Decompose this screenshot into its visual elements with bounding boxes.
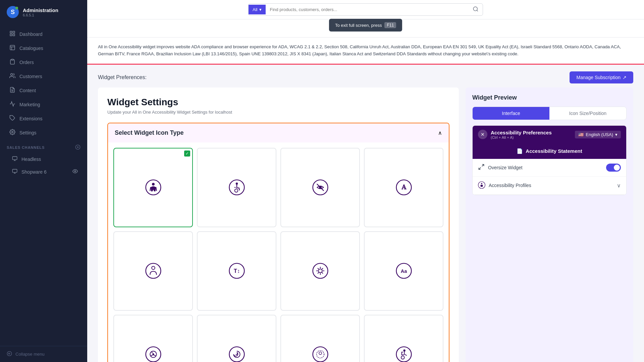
oversize-icon: [478, 164, 485, 171]
manage-subscription-label: Manage Subscription: [576, 75, 621, 80]
svg-rect-18: [12, 169, 17, 172]
icon-option-6[interactable]: T↕: [197, 231, 276, 311]
icon-option-12[interactable]: [364, 315, 443, 362]
accordion-chevron-icon: ∧: [438, 130, 442, 136]
page-description: All in One Accessibility widget improves…: [87, 38, 644, 65]
statement-doc-icon: 📄: [517, 148, 523, 154]
content-icon: [9, 87, 15, 94]
widget-preview-title: Widget Preview: [472, 94, 627, 101]
svg-point-36: [146, 263, 161, 279]
svg-point-21: [74, 171, 76, 172]
app-logo: S: [7, 6, 19, 18]
icon-option-11[interactable]: [280, 315, 360, 362]
sidebar-item-settings[interactable]: Settings: [3, 126, 85, 139]
profiles-chevron-icon[interactable]: ∨: [617, 182, 621, 189]
a11y-close-button[interactable]: ✕: [478, 130, 487, 139]
sidebar-item-dashboard[interactable]: Dashboard: [3, 27, 85, 41]
icon-option-1[interactable]: ✓: [113, 148, 193, 227]
accordion-header[interactable]: Select Widget Icon Type ∧: [108, 123, 449, 142]
preview-tabs: Interface Icon Size/Position: [472, 107, 627, 120]
svg-point-41: [318, 269, 322, 273]
app-info: Administration 6.6.5.1: [23, 7, 58, 17]
icon-option-2[interactable]: [197, 148, 276, 227]
a11y-panel-header-left: ✕ Accessibility Preferences (Ctrl + Alt …: [478, 130, 552, 139]
collapse-menu-button[interactable]: Collapse menu: [0, 346, 87, 362]
sidebar-item-label: Headless: [21, 157, 41, 162]
sales-channels-label: Sales Channels: [0, 140, 87, 153]
statement-label: Accessibility Statement: [526, 148, 582, 154]
sidebar-item-label: Settings: [19, 130, 37, 135]
selected-checkmark: ✓: [184, 150, 190, 157]
settings-icon: [9, 129, 15, 136]
accessibility-profiles-label: Accessibility Profiles: [478, 181, 531, 190]
svg-point-66: [481, 183, 482, 184]
filter-label: All: [253, 7, 257, 12]
svg-point-40: [313, 263, 328, 279]
widget-preferences-label: Widget Preferences:: [98, 74, 147, 80]
fullscreen-tooltip: To exit full screen, press F11: [329, 19, 402, 32]
sidebar-item-shopware6[interactable]: Shopware 6: [3, 166, 85, 178]
search-bar: All ▾: [248, 3, 483, 16]
svg-rect-2: [13, 34, 15, 36]
sidebar-nav: Dashboard Catalogues Orders Customers: [0, 24, 87, 346]
shopware-eye-icon: [72, 169, 78, 175]
sidebar-item-customers[interactable]: Customers: [3, 69, 85, 83]
svg-point-27: [152, 183, 155, 185]
collapse-label: Collapse menu: [15, 352, 45, 357]
accessibility-profiles-row: Accessibility Profiles ∨: [473, 177, 626, 195]
main-area: All ▾ To exit full screen, press F11 All…: [87, 0, 644, 362]
oversize-widget-toggle[interactable]: [606, 164, 621, 172]
tab-interface[interactable]: Interface: [473, 107, 549, 120]
oversize-widget-row: Oversize Widget: [473, 159, 626, 177]
tooltip-key: F11: [384, 22, 396, 28]
icon-option-3[interactable]: [280, 148, 360, 227]
svg-line-64: [479, 168, 481, 170]
app-version: 6.6.5.1: [23, 13, 58, 17]
collapse-icon: [7, 351, 12, 357]
sidebar-item-orders[interactable]: Orders: [3, 55, 85, 69]
sidebar-item-label: Content: [19, 88, 36, 93]
sidebar-item-label: Orders: [19, 60, 34, 65]
sidebar: S Administration 6.6.5.1 Dashboard Catal…: [0, 0, 87, 362]
svg-rect-4: [10, 45, 15, 50]
manage-subscription-button[interactable]: Manage Subscription ↗: [570, 71, 633, 83]
icon-option-8[interactable]: Aa: [364, 231, 443, 311]
icon-option-4[interactable]: 𝔸: [364, 148, 443, 227]
app-name: Administration: [23, 7, 58, 13]
accessibility-statement-button[interactable]: 📄 Accessibility Statement: [473, 143, 626, 159]
sidebar-item-catalogues[interactable]: Catalogues: [3, 41, 85, 55]
svg-rect-1: [13, 31, 15, 33]
a11y-panel-shortcut: (Ctrl + Alt + A): [491, 135, 552, 139]
search-submit-button[interactable]: [469, 4, 483, 15]
catalogues-icon: [9, 45, 15, 52]
icon-option-5[interactable]: [113, 231, 193, 311]
profiles-icon: [478, 181, 485, 190]
svg-text:𝔸: 𝔸: [401, 184, 407, 191]
accessibility-panel: ✕ Accessibility Preferences (Ctrl + Alt …: [472, 125, 627, 195]
icon-option-7[interactable]: [280, 231, 360, 311]
sidebar-item-content[interactable]: Content: [3, 83, 85, 97]
svg-line-47: [152, 352, 153, 354]
svg-rect-15: [12, 157, 17, 160]
search-filter-button[interactable]: All ▾: [249, 5, 266, 14]
icon-option-10[interactable]: [197, 315, 276, 362]
sidebar-item-headless[interactable]: Headless: [3, 153, 85, 165]
add-sales-channel-icon[interactable]: [75, 144, 80, 150]
widget-settings-title: Widget Settings: [107, 97, 449, 108]
svg-text:Aa: Aa: [400, 268, 407, 274]
accordion-body: ✓: [108, 142, 449, 362]
icon-option-9[interactable]: [113, 315, 193, 362]
search-input[interactable]: [266, 5, 469, 14]
icon-grid: ✓: [113, 148, 443, 362]
sidebar-item-marketing[interactable]: Marketing: [3, 98, 85, 111]
tab-icon-size-position[interactable]: Icon Size/Position: [549, 107, 626, 120]
marketing-icon: [9, 101, 15, 108]
language-selector[interactable]: 🇺🇸 English (USA) ▾: [575, 131, 621, 138]
accordion-title: Select Widget Icon Type: [115, 129, 184, 136]
extensions-icon: [9, 115, 15, 122]
svg-text:T↕: T↕: [234, 268, 240, 274]
lang-chevron-icon: ▾: [615, 132, 618, 137]
sidebar-item-extensions[interactable]: Extensions: [3, 112, 85, 125]
sidebar-item-label: Customers: [19, 74, 42, 79]
sidebar-item-label: Shopware 6: [21, 169, 47, 175]
